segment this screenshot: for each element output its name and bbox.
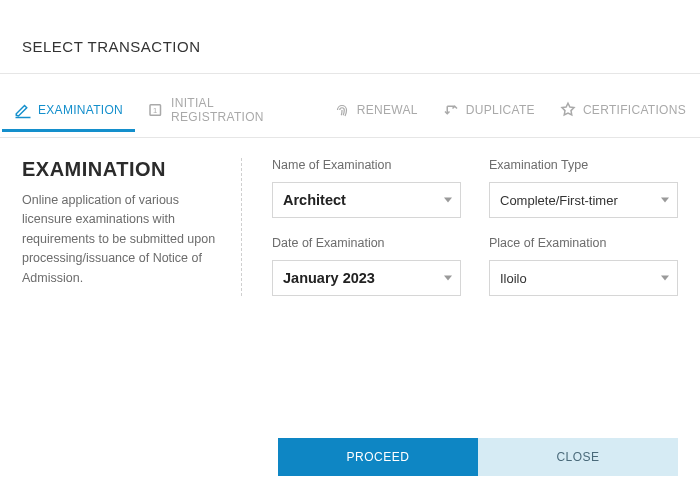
select-value: Architect	[283, 192, 346, 208]
panel-heading: EXAMINATION	[22, 158, 223, 181]
tabs: EXAMINATION 1 INITIAL REGISTRATION RENEW…	[0, 88, 700, 138]
select-examination-type[interactable]: Complete/First-timer	[489, 182, 678, 218]
content: EXAMINATION Online application of variou…	[22, 158, 678, 296]
chevron-down-icon	[444, 276, 452, 281]
tab-label: DUPLICATE	[466, 103, 535, 117]
label-place-of-examination: Place of Examination	[489, 236, 678, 250]
pencil-icon	[14, 101, 32, 119]
tab-initial-registration[interactable]: 1 INITIAL REGISTRATION	[135, 88, 321, 137]
tab-label: CERTIFICATIONS	[583, 103, 686, 117]
tab-label: EXAMINATION	[38, 103, 123, 117]
chevron-down-icon	[661, 198, 669, 203]
divider-top	[0, 73, 700, 74]
page-title: SELECT TRANSACTION	[22, 38, 678, 55]
tab-renewal[interactable]: RENEWAL	[321, 93, 430, 132]
star-icon	[559, 101, 577, 119]
tab-label: RENEWAL	[357, 103, 418, 117]
label-examination-type: Examination Type	[489, 158, 678, 172]
form: Name of Examination Architect Examinatio…	[242, 158, 678, 296]
svg-text:1: 1	[153, 106, 157, 115]
chevron-down-icon	[661, 276, 669, 281]
chevron-down-icon	[444, 198, 452, 203]
panel-info: EXAMINATION Online application of variou…	[22, 158, 242, 296]
label-date-of-examination: Date of Examination	[272, 236, 461, 250]
select-value: Iloilo	[500, 271, 527, 286]
select-place-of-examination[interactable]: Iloilo	[489, 260, 678, 296]
tab-certifications[interactable]: CERTIFICATIONS	[547, 93, 698, 132]
proceed-button[interactable]: PROCEED	[278, 438, 478, 476]
field-examination-type: Examination Type Complete/First-timer	[489, 158, 678, 218]
tab-label: INITIAL REGISTRATION	[171, 96, 309, 124]
close-button[interactable]: CLOSE	[478, 438, 678, 476]
select-value: January 2023	[283, 270, 375, 286]
id-card-icon: 1	[147, 101, 165, 119]
duplicate-icon	[442, 101, 460, 119]
field-place-of-examination: Place of Examination Iloilo	[489, 236, 678, 296]
field-date-of-examination: Date of Examination January 2023	[272, 236, 461, 296]
fingerprint-icon	[333, 101, 351, 119]
field-name-of-examination: Name of Examination Architect	[272, 158, 461, 218]
panel-description: Online application of various licensure …	[22, 191, 223, 288]
tab-examination[interactable]: EXAMINATION	[2, 93, 135, 132]
label-name-of-examination: Name of Examination	[272, 158, 461, 172]
footer: PROCEED CLOSE	[0, 438, 700, 476]
tab-duplicate[interactable]: DUPLICATE	[430, 93, 547, 132]
select-name-of-examination[interactable]: Architect	[272, 182, 461, 218]
select-date-of-examination[interactable]: January 2023	[272, 260, 461, 296]
select-value: Complete/First-timer	[500, 193, 618, 208]
